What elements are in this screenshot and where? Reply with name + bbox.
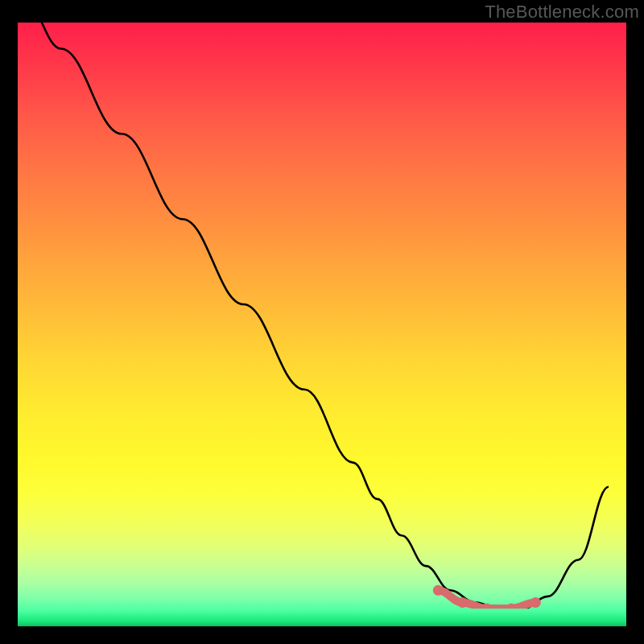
chart-svg — [0, 0, 609, 609]
bottleneck-curve-path — [24, 0, 609, 609]
optimal-range-dot — [457, 597, 468, 608]
optimal-range-dot — [530, 597, 541, 608]
watermark-label: TheBottleneck.com — [485, 2, 639, 23]
optimal-range-dot — [433, 585, 444, 596]
